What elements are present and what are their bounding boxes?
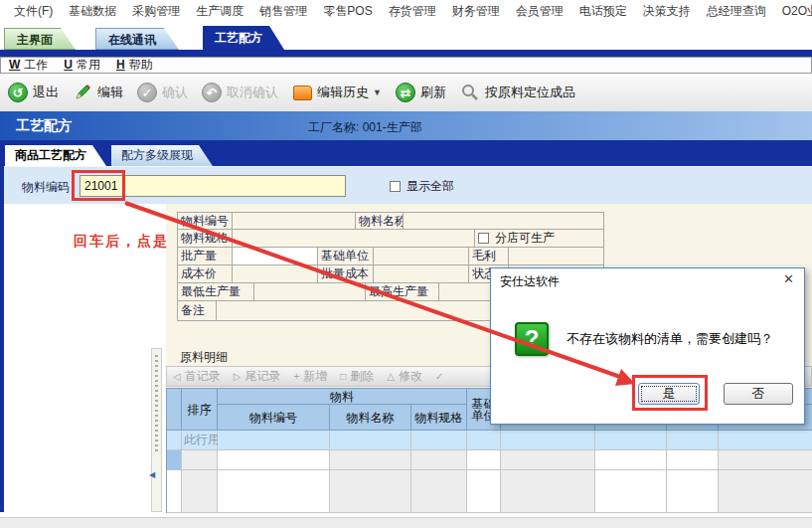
yes-button[interactable]: 是 [638,383,700,405]
col-header-sort: 排序 [182,389,218,431]
checkbox-icon[interactable] [478,233,489,244]
tab-strip-band [0,50,812,57]
branch-producible-checkbox[interactable]: 分店可生产 [475,230,604,248]
material-code-input[interactable] [80,175,346,197]
grid-corner-cell [167,389,182,431]
last-record-icon: ▷ [234,371,242,382]
window-tab-strip: 主界面 在线通讯 工艺配方 [0,22,812,50]
delete-row-button: □删除 [340,368,374,385]
col-group-material: 物料 [218,389,467,405]
page-header: 工艺配方 工厂名称: 001-生产部 [0,111,812,140]
magnifier-icon [460,83,480,102]
confirm-dialog: 安仕达软件 ✕ ? 不存在该物料的清单，需要创建吗？ 是 否 [490,267,805,425]
dialog-title: 安仕达软件 [500,273,560,290]
base-unit-label: 基础单位 [318,248,374,265]
detail-section-title: 原料明细 [180,349,228,366]
edit-button[interactable]: 编辑 [73,83,123,102]
menu-item-finance[interactable]: 财务管理 [444,3,508,20]
gross-profit-label: 毛利 [469,248,509,265]
menu-item-sales[interactable]: 销售管理 [251,3,315,20]
tab-multilevel-recipe[interactable]: 配方多级展现 [111,145,213,166]
col-header-item-spec: 物料规格 [411,405,467,431]
checkbox-icon[interactable] [390,181,401,192]
content-left-border [0,166,4,512]
first-record-button: ◁首记录 [173,368,221,385]
item-name-label: 物料名称 [356,212,404,230]
menu-item-o2o[interactable]: O2O业务 [774,3,812,20]
cost-price-label: 成本价 [177,265,233,283]
batch-cost-label: 批量成本 [318,265,374,283]
dialog-message: 不存在该物料的清单，需要创建吗？ [567,330,797,348]
col-header-item-no: 物料编号 [218,405,330,431]
max-qty-label: 最高生产量 [366,283,439,301]
dialog-title-bar[interactable]: 安仕达软件 ✕ [491,268,804,290]
post-row-button: ✓ [435,371,447,382]
item-name-value [404,212,604,230]
row-selector[interactable] [167,450,182,470]
menu-common[interactable]: U常用 [64,57,100,74]
last-record-button: ▷尾记录 [234,368,281,385]
splitter-collapse-icon[interactable]: ◀ [149,470,155,479]
vertical-splitter[interactable]: ◀ [151,348,162,512]
menu-work[interactable]: W工作 [9,57,48,74]
remark-label: 备注 [177,301,217,321]
min-qty-label: 最低生产量 [177,283,254,301]
menu-item-base-data[interactable]: 基础数据 [61,3,124,20]
delete-icon: □ [340,371,346,382]
menu-item-member[interactable]: 会员管理 [508,3,571,20]
refresh-icon: ⇄ [396,83,415,102]
cancel-confirm-icon: ↶ [202,83,222,102]
batch-cost-value [374,265,469,283]
menu-item-inventory[interactable]: 存货管理 [381,3,444,20]
menu-item-retail-pos[interactable]: 零售POS [315,3,380,20]
col-header-item-name: 物料名称 [330,405,411,431]
tab-product-recipe[interactable]: 商品工艺配方 [5,145,106,166]
confirm-icon: ✓ [137,83,157,102]
page-tab-strip: 商品工艺配方 配方多级展现 [0,140,812,166]
exit-icon: ↺ [8,83,28,102]
menu-item-phone-order[interactable]: 电话预定 [571,3,635,20]
menu-item-gm-query[interactable]: 总经理查询 [699,3,774,20]
pencil-icon [73,83,92,102]
status-bar [0,517,812,528]
menu-item-production[interactable]: 生产调度 [188,3,251,20]
batch-qty-input[interactable] [233,248,318,265]
min-qty-value [254,283,366,301]
placeholder-row-text[interactable]: 此行用 [182,431,218,450]
menu-help[interactable]: H帮助 [116,57,153,74]
first-record-icon: ◁ [173,371,181,382]
cancel-confirm-button: ↶ 取消确认 [202,83,278,102]
edit-history-button[interactable]: 编辑历史 ▼ [292,83,382,102]
base-unit-value [374,248,469,265]
page-title: 工艺配方 [16,117,72,135]
no-button[interactable]: 否 [724,383,793,405]
tab-main-screen[interactable]: 主界面 [4,28,76,50]
show-all-checkbox[interactable]: 显示全部 [390,178,454,195]
cost-price-value [233,265,318,283]
item-no-label: 物料编号 [177,212,233,230]
question-icon: ? [515,322,549,356]
modify-row-button: △修改 [387,368,422,385]
form-menu-bar: W工作 U常用 H帮助 [0,57,812,74]
exit-button[interactable]: ↺ 退出 [8,83,59,102]
branch-producible-label: 分店可生产 [495,230,555,247]
tab-online-chat[interactable]: 在线通讯 [95,28,179,50]
locate-by-material-button[interactable]: 按原料定位成品 [460,83,575,102]
factory-name-label: 工厂名称: 001-生产部 [308,119,422,136]
item-spec-label: 物料规格 [177,230,233,248]
material-code-row: 物料编码 显示全部 [4,166,812,204]
menu-item-decision[interactable]: 决策支持 [635,3,699,20]
refresh-button[interactable]: ⇄ 刷新 [396,83,446,102]
item-spec-value [233,230,475,248]
history-folder-icon [293,86,312,100]
tab-recipe[interactable]: 工艺配方 [203,26,284,50]
confirm-button: ✓ 确认 [137,83,188,102]
batch-qty-label: 批产量 [177,248,233,265]
dropdown-caret-icon[interactable]: ▼ [373,88,382,97]
menu-item-purchase[interactable]: 采购管理 [124,3,188,20]
modify-icon: △ [387,371,395,382]
close-icon[interactable]: ✕ [783,271,794,286]
item-no-value [233,212,356,230]
gross-profit-value [509,248,604,265]
menu-item-file[interactable]: 文件(F) [6,3,61,20]
